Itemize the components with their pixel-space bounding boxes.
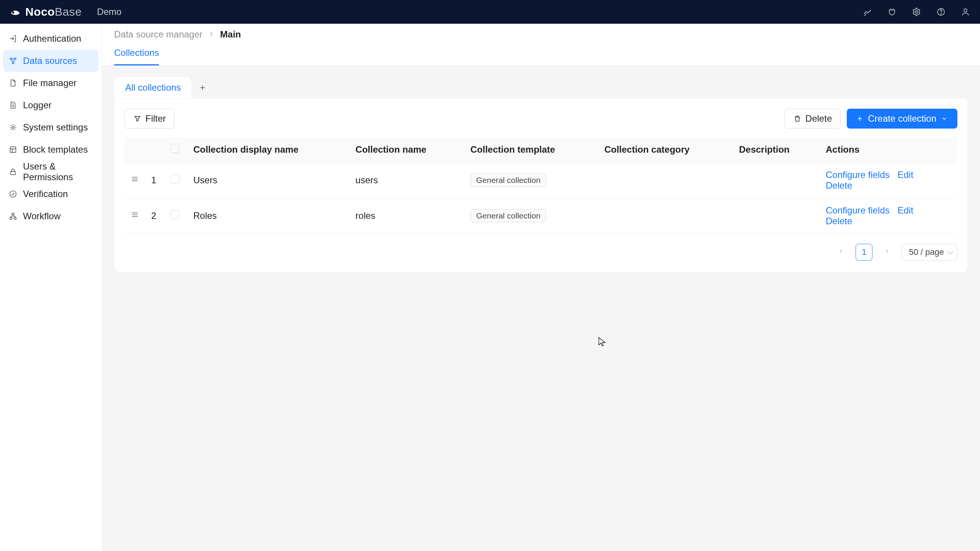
col-description[interactable]: Description [733, 137, 820, 163]
cell-category [598, 163, 733, 198]
user-icon[interactable] [960, 7, 971, 17]
header-menu-demo[interactable]: Demo [97, 7, 121, 17]
chevron-down-icon [940, 114, 949, 123]
breadcrumb: Data source manager Main [102, 24, 980, 42]
inner-tabs: Collections [102, 42, 980, 66]
cell-actions: Configure fields Edit Delete [820, 198, 957, 234]
tab-all-collections[interactable]: All collections [114, 77, 192, 98]
toolbar: Filter Delete Create collection [124, 109, 957, 129]
check-circle-icon [8, 189, 18, 199]
col-checkbox [164, 137, 187, 163]
add-tab-button[interactable] [192, 77, 213, 98]
breadcrumb-parent[interactable]: Data source manager [114, 29, 203, 40]
col-category[interactable]: Collection category [598, 137, 733, 163]
logo-text: NocoBase [25, 5, 82, 18]
col-actions: Actions [820, 137, 957, 163]
filter-button[interactable]: Filter [124, 109, 175, 129]
pager-page-1[interactable]: 1 [856, 244, 872, 261]
table-header-row: Collection display name Collection name … [124, 137, 957, 163]
sidebar-item-system-settings[interactable]: System settings [3, 116, 98, 139]
tab-collections[interactable]: Collections [114, 42, 159, 65]
drag-handle-icon[interactable] [131, 210, 139, 219]
sidebar-item-users-permissions[interactable]: Users & Permissions [3, 161, 98, 183]
sidebar-item-label: File manager [23, 78, 77, 88]
plugin-icon[interactable] [887, 7, 897, 17]
create-label: Create collection [868, 113, 936, 124]
pagination: 1 50 / page [124, 244, 957, 261]
collections-panel: Filter Delete Create collection [114, 98, 968, 272]
action-delete[interactable]: Delete [826, 180, 852, 191]
row-checkbox[interactable] [170, 174, 180, 184]
sidebar-item-label: Block templates [23, 144, 88, 155]
main-area: Data source manager Main Collections All… [102, 24, 980, 551]
col-name[interactable]: Collection name [350, 137, 464, 163]
trash-icon [793, 114, 802, 123]
pager-next[interactable] [879, 245, 895, 260]
lock-icon [8, 167, 18, 176]
file-icon [8, 78, 18, 88]
cell-name: users [350, 163, 464, 198]
sidebar-item-workflow[interactable]: Workflow [3, 205, 98, 227]
cell-name: roles [350, 198, 464, 234]
svg-rect-13 [10, 218, 12, 220]
action-configure-fields[interactable]: Configure fields [826, 170, 890, 180]
app-header: NocoBase Demo [0, 0, 980, 24]
sidebar-item-label: Authentication [23, 33, 81, 44]
cluster-icon [8, 56, 18, 65]
svg-rect-12 [12, 213, 14, 215]
plus-icon [856, 114, 864, 123]
cell-actions: Configure fields Edit Delete [820, 163, 957, 198]
filter-label: Filter [145, 113, 166, 124]
sidebar: Authentication Data sources File manager… [0, 24, 102, 551]
row-index: 1 [145, 163, 164, 198]
sidebar-item-file-manager[interactable]: File manager [3, 72, 98, 94]
cell-template: General collection [464, 163, 598, 198]
sidebar-item-label: System settings [23, 122, 88, 133]
action-configure-fields[interactable]: Configure fields [826, 205, 890, 215]
col-display-name[interactable]: Collection display name [187, 137, 350, 163]
svg-point-8 [12, 126, 14, 129]
cell-display-name: Roles [187, 198, 350, 234]
svg-point-3 [941, 13, 941, 14]
settings-icon[interactable] [911, 7, 922, 17]
sidebar-item-verification[interactable]: Verification [3, 183, 98, 205]
logo[interactable]: NocoBase [9, 5, 82, 18]
col-template[interactable]: Collection template [464, 137, 598, 163]
action-delete[interactable]: Delete [826, 216, 852, 226]
svg-point-6 [14, 58, 16, 60]
col-index [145, 137, 164, 163]
card-tabs: All collections [114, 77, 968, 98]
drag-handle-icon[interactable] [131, 175, 139, 183]
filter-icon [133, 114, 142, 123]
partition-icon [8, 212, 18, 221]
pager-size-select[interactable]: 50 / page [902, 244, 957, 261]
cell-description [733, 198, 820, 234]
svg-point-11 [10, 191, 16, 197]
table-row: 1 Users users General collection Configu… [124, 163, 957, 198]
sidebar-item-block-templates[interactable]: Block templates [3, 139, 98, 161]
sidebar-item-label: Logger [23, 100, 52, 111]
sidebar-item-data-sources[interactable]: Data sources [3, 50, 98, 72]
create-collection-button[interactable]: Create collection [847, 109, 957, 129]
action-edit[interactable]: Edit [897, 170, 913, 180]
delete-label: Delete [805, 113, 832, 124]
sidebar-item-label: Users & Permissions [23, 161, 93, 183]
select-all-checkbox[interactable] [170, 144, 180, 153]
pager-prev[interactable] [833, 245, 849, 260]
svg-point-0 [12, 11, 15, 14]
template-tag: General collection [470, 174, 546, 187]
sidebar-item-authentication[interactable]: Authentication [3, 28, 98, 50]
svg-rect-9 [10, 147, 16, 153]
row-checkbox[interactable] [170, 210, 180, 219]
delete-button[interactable]: Delete [784, 109, 841, 129]
row-index: 2 [145, 198, 164, 234]
layout-icon [8, 145, 18, 154]
svg-rect-10 [11, 171, 16, 174]
action-edit[interactable]: Edit [897, 205, 913, 215]
help-icon[interactable] [936, 7, 946, 17]
settings-icon [8, 123, 18, 132]
collections-table: Collection display name Collection name … [124, 137, 957, 234]
design-mode-icon[interactable] [862, 7, 873, 17]
sidebar-item-logger[interactable]: Logger [3, 94, 98, 116]
svg-point-1 [915, 11, 918, 13]
